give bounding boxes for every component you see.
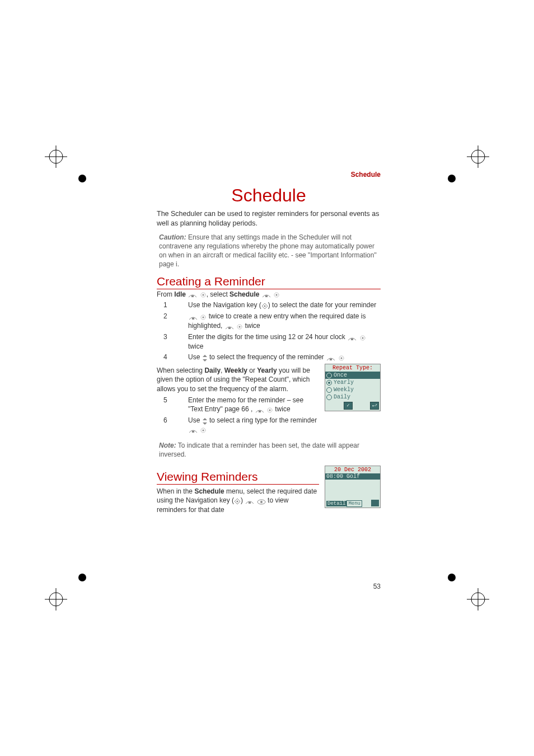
select-icon	[200, 425, 207, 434]
svg-marker-30	[203, 359, 207, 361]
svg-point-33	[340, 357, 342, 359]
svg-point-28	[362, 337, 363, 339]
option-yearly: Yearly	[325, 379, 380, 386]
svg-point-25	[239, 326, 241, 327]
svg-rect-34	[259, 411, 261, 412]
running-header: Schedule	[157, 171, 381, 179]
registration-dot-icon	[448, 574, 456, 581]
view-icon	[257, 496, 266, 505]
softkey-close-icon	[371, 500, 379, 506]
updown-icon	[202, 416, 208, 425]
intro-paragraph: The Scheduler can be used to register re…	[157, 209, 381, 228]
svg-rect-44	[249, 502, 251, 504]
svg-rect-20	[192, 318, 194, 320]
svg-rect-39	[192, 431, 194, 433]
press-icon	[255, 405, 265, 414]
note-text: To indicate that a reminder has been set…	[159, 442, 359, 458]
nav-key-icon	[234, 496, 241, 505]
screen-date: 20 Dec 2002	[325, 466, 380, 473]
select-icon	[200, 290, 207, 298]
select-icon	[236, 322, 243, 331]
press-icon	[326, 353, 336, 362]
crop-mark-icon	[467, 588, 489, 611]
page-title: Schedule	[157, 185, 381, 206]
softkey-menu: Menu	[346, 500, 362, 507]
step-item: 6 Use to select a ring type for the remi…	[157, 416, 319, 435]
viewing-paragraph: When in the Schedule menu, select the re…	[157, 487, 319, 514]
svg-rect-26	[351, 339, 353, 340]
svg-marker-38	[203, 422, 207, 425]
step-item: 4 Use to select the frequency of the rem…	[157, 353, 381, 362]
caution-text: Ensure that any settings made in the Sch…	[159, 233, 377, 269]
svg-point-36	[269, 409, 270, 411]
option-weekly: Weekly	[325, 386, 380, 393]
svg-point-43	[237, 500, 238, 502]
press-icon	[245, 496, 255, 505]
section-heading-creating: Creating a Reminder	[157, 275, 381, 289]
registration-dot-icon	[78, 574, 86, 581]
note-box: Note: To indicate that a reminder has be…	[157, 440, 381, 460]
select-icon	[273, 290, 280, 298]
svg-rect-15	[265, 295, 268, 297]
nav-key-icon	[261, 301, 268, 310]
svg-marker-29	[203, 355, 207, 357]
softkey-detail: Detail	[326, 501, 346, 506]
press-icon	[188, 425, 198, 434]
svg-rect-23	[228, 327, 231, 329]
press-icon	[261, 290, 271, 298]
svg-point-46	[260, 501, 263, 503]
select-icon	[266, 405, 273, 414]
steps-list-b: 5 Enter the memo for the reminder – see …	[157, 396, 319, 435]
softkey-ok-icon	[344, 402, 353, 410]
from-line: From Idle , select Schedule	[157, 290, 381, 299]
crop-mark-icon	[467, 145, 489, 168]
press-icon	[188, 312, 198, 321]
caution-box: Caution: Ensure that any settings made i…	[157, 232, 381, 270]
step-item: 1 Use the Navigation key () to select th…	[157, 300, 381, 310]
option-daily: Daily	[325, 393, 380, 401]
section-heading-viewing: Viewing Reminders	[157, 470, 319, 485]
updown-icon	[202, 353, 208, 362]
svg-rect-12	[191, 295, 194, 297]
select-icon	[200, 312, 207, 321]
press-icon	[188, 290, 198, 298]
phone-screen-repeat-type: Repeat Type: Once Yearly Weekly Daily	[325, 364, 381, 411]
registration-dot-icon	[448, 175, 456, 182]
reminder-entry: 08:00 Golf	[325, 473, 380, 480]
press-icon	[347, 333, 357, 342]
svg-point-41	[203, 430, 204, 431]
svg-marker-37	[203, 418, 207, 420]
note-label: Note:	[159, 442, 176, 449]
step-item: 3 Enter the digits for the time using 12…	[157, 332, 381, 351]
registration-dot-icon	[78, 175, 86, 182]
svg-rect-31	[330, 359, 332, 360]
select-icon	[338, 353, 345, 362]
crop-mark-icon	[45, 145, 67, 168]
svg-point-17	[276, 294, 278, 296]
step-item: 5 Enter the memo for the reminder – see …	[157, 396, 319, 414]
svg-point-22	[203, 316, 204, 318]
step-item: 2 twice to create a new entry when the r…	[157, 312, 381, 331]
page-number: 53	[373, 583, 381, 590]
option-once: Once	[325, 372, 380, 379]
phone-screen-reminders: 20 Dec 2002 08:00 Golf DetailMenu	[325, 466, 381, 508]
caution-label: Caution:	[159, 233, 186, 241]
select-icon	[359, 333, 366, 342]
svg-point-19	[264, 306, 265, 307]
softkey-back-icon	[370, 402, 379, 410]
screen-title: Repeat Type:	[325, 364, 380, 372]
press-icon	[224, 322, 235, 331]
crop-mark-icon	[45, 588, 67, 611]
svg-point-14	[202, 294, 204, 296]
repeat-paragraph: When selecting Daily, Weekly or Yearly y…	[157, 366, 319, 393]
steps-list-a: 1 Use the Navigation key () to select th…	[157, 300, 381, 362]
